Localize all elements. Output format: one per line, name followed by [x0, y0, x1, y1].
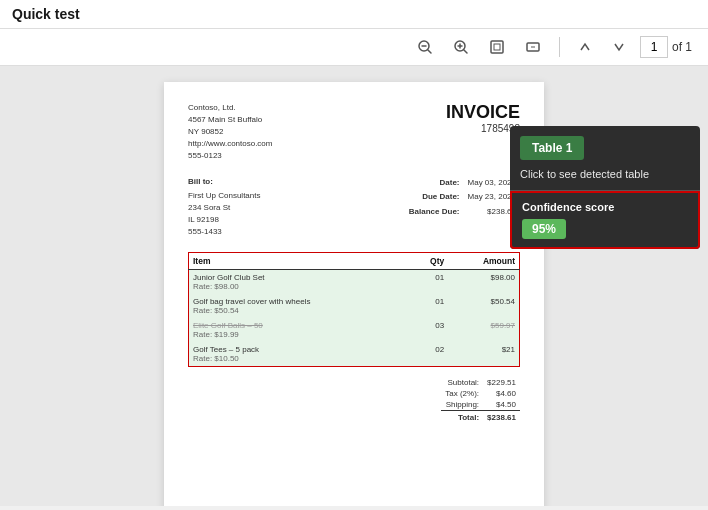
tax-label: Tax (2%):	[441, 388, 483, 399]
app-header: Quick test	[0, 0, 708, 29]
confidence-label: Confidence score	[522, 201, 688, 213]
item-name: Elite Golf Balls – 50Rate: $19.99	[189, 318, 410, 342]
date-label: Date:	[405, 176, 464, 190]
bill-to: Bill to: First Up Consultants 234 Sora S…	[188, 176, 260, 238]
svg-rect-7	[491, 41, 503, 53]
client-phone: 555-1433	[188, 226, 260, 238]
item-amount: $21	[448, 342, 519, 367]
invoice-header: Contoso, Ltd. 4567 Main St Buffalo NY 90…	[188, 102, 520, 162]
item-name: Golf bag travel cover with wheelsRate: $…	[189, 294, 410, 318]
due-label: Due Date:	[405, 190, 464, 204]
zoom-out-button[interactable]	[411, 35, 439, 59]
totals-section: Subtotal: $229.51 Tax (2%): $4.60 Shippi…	[188, 377, 520, 423]
item-qty: 01	[409, 270, 448, 295]
toolbar-separator	[559, 37, 560, 57]
svg-rect-8	[494, 44, 500, 50]
bill-to-label: Bill to:	[188, 176, 260, 188]
invoice-dates: Date: May 03, 2021 Due Date: May 23, 202…	[405, 176, 520, 238]
table-row: Junior Golf Club SetRate: $98.0001$98.00	[189, 270, 520, 295]
item-amount: $98.00	[448, 270, 519, 295]
company-name: Contoso, Ltd.	[188, 102, 272, 114]
fit-width-button[interactable]	[519, 35, 547, 59]
subtotal-label: Subtotal:	[441, 377, 483, 388]
table-button[interactable]: Table 1	[520, 136, 584, 160]
confidence-section: Confidence score 95%	[510, 191, 700, 249]
page-number-input[interactable]	[640, 36, 668, 58]
page-title: Quick test	[12, 6, 80, 22]
table-row: Elite Golf Balls – 50Rate: $19.9903$59.9…	[189, 318, 520, 342]
confidence-badge: 95%	[522, 219, 566, 239]
page-indicator: of 1	[640, 36, 692, 58]
page-total: of 1	[672, 40, 692, 54]
invoice-number: 1785498	[446, 123, 520, 134]
col-amount: Amount	[448, 253, 519, 270]
next-page-button[interactable]	[606, 36, 632, 58]
subtotal-value: $229.51	[483, 377, 520, 388]
svg-line-6	[464, 50, 467, 53]
prev-page-button[interactable]	[572, 36, 598, 58]
svg-line-2	[428, 50, 431, 53]
bill-section: Bill to: First Up Consultants 234 Sora S…	[188, 176, 520, 238]
toolbar: of 1	[0, 29, 708, 66]
invoice-title-block: INVOICE 1785498	[446, 102, 520, 134]
item-amount: $50.54	[448, 294, 519, 318]
item-qty: 01	[409, 294, 448, 318]
item-qty: 03	[409, 318, 448, 342]
balance-label: Balance Due:	[405, 205, 464, 219]
item-name: Junior Golf Club SetRate: $98.00	[189, 270, 410, 295]
col-item: Item	[189, 253, 410, 270]
shipping-value: $4.50	[483, 399, 520, 411]
tooltip-panel: Table 1 Click to see detected table Conf…	[510, 126, 700, 249]
item-name: Golf Tees – 5 packRate: $10.50	[189, 342, 410, 367]
item-qty: 02	[409, 342, 448, 367]
company-address2: NY 90852	[188, 126, 272, 138]
main-content: Contoso, Ltd. 4567 Main St Buffalo NY 90…	[0, 66, 708, 506]
client-address1: 234 Sora St	[188, 202, 260, 214]
company-phone: 555-0123	[188, 150, 272, 162]
total-value: $238.61	[483, 411, 520, 424]
total-label: Total:	[441, 411, 483, 424]
invoice-document: Contoso, Ltd. 4567 Main St Buffalo NY 90…	[164, 82, 544, 506]
col-qty: Qty	[409, 253, 448, 270]
shipping-label: Shipping:	[441, 399, 483, 411]
invoice-title: INVOICE	[446, 102, 520, 123]
company-info: Contoso, Ltd. 4567 Main St Buffalo NY 90…	[188, 102, 272, 162]
company-website: http://www.contoso.com	[188, 138, 272, 150]
invoice-table: Item Qty Amount Junior Golf Club SetRate…	[188, 252, 520, 367]
client-name: First Up Consultants	[188, 190, 260, 202]
table-row: Golf Tees – 5 packRate: $10.5002$21	[189, 342, 520, 367]
tax-value: $4.60	[483, 388, 520, 399]
table-row: Golf bag travel cover with wheelsRate: $…	[189, 294, 520, 318]
company-address1: 4567 Main St Buffalo	[188, 114, 272, 126]
tooltip-click-text: Click to see detected table	[520, 168, 690, 180]
item-amount: $59.97	[448, 318, 519, 342]
fit-page-button[interactable]	[483, 35, 511, 59]
client-address2: IL 92198	[188, 214, 260, 226]
zoom-in-button[interactable]	[447, 35, 475, 59]
